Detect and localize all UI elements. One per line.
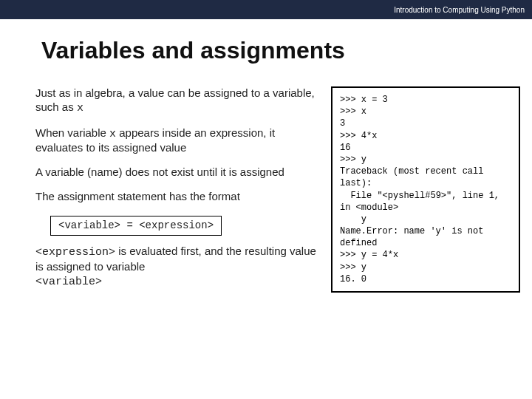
paragraph-3: A variable (name) does not exist until i…	[35, 166, 321, 180]
inline-code: x	[109, 128, 116, 140]
inline-code: <variable>	[35, 276, 102, 288]
syntax-box: <variable> = <expression>	[50, 216, 222, 236]
course-label: Introduction to Computing Using Python	[394, 6, 525, 14]
paragraph-4: The assignment statement has the format	[35, 190, 321, 204]
inline-code: <expression>	[35, 246, 115, 259]
left-column: Just as in algebra, a value can be assig…	[35, 86, 321, 299]
header-bar: Introduction to Computing Using Python	[0, 0, 532, 19]
page-title: Variables and assignments	[41, 37, 532, 64]
paragraph-1: Just as in algebra, a value can be assig…	[35, 86, 321, 116]
inline-code: x	[77, 102, 83, 115]
content-area: Just as in algebra, a value can be assig…	[0, 86, 532, 299]
text: When variable	[35, 126, 109, 139]
paragraph-2: When variable x appears inside an expres…	[35, 126, 321, 156]
right-column: >>> x = 3 >>> x 3 >>> 4*x 16 >>> y Trace…	[331, 86, 520, 299]
terminal-output: >>> x = 3 >>> x 3 >>> 4*x 16 >>> y Trace…	[331, 86, 520, 293]
paragraph-5: <expression> is evaluated first, and the…	[35, 245, 321, 289]
